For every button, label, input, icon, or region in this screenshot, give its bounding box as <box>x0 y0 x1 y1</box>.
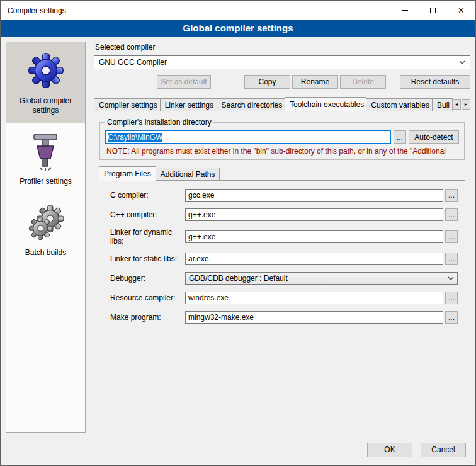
chevron-down-icon <box>448 276 454 280</box>
dynamic-libs-linker-label: Linker for dynamic libs: <box>105 228 185 246</box>
title-bar: Compiler settings × <box>1 1 475 20</box>
settings-sidebar: Global compiler settings Profiler settin… <box>6 42 86 433</box>
page-title: Global compiler settings <box>1 20 475 37</box>
resource-compiler-label: Resource compiler: <box>105 293 185 302</box>
dynamic-libs-linker-input[interactable] <box>185 230 443 243</box>
c-compiler-label: C compiler: <box>105 191 185 200</box>
debugger-value: GDB/CDB debugger : Default <box>189 274 444 283</box>
cpp-compiler-row: C++ compiler: ... <box>105 208 458 221</box>
minimize-icon <box>402 10 408 11</box>
resource-compiler-browse-button[interactable]: ... <box>445 292 458 304</box>
cpp-compiler-label: C++ compiler: <box>105 210 185 219</box>
note-text: NOTE: All programs must exist either in … <box>106 147 458 156</box>
make-program-browse-button[interactable]: ... <box>445 311 458 324</box>
tab-custom-variables[interactable]: Custom variables <box>366 98 433 111</box>
maximize-button[interactable] <box>419 1 447 20</box>
sidebar-item-label: Global compiler settings <box>9 96 82 115</box>
compiler-settings-window: Compiler settings × Global compiler sett… <box>0 0 476 466</box>
resource-compiler-row: Resource compiler: ... <box>105 292 458 304</box>
gear-blue-icon <box>26 50 65 91</box>
gears-gray-icon <box>26 202 65 242</box>
program-files-tabbar: Program Files Additional Paths <box>99 166 465 180</box>
settings-tabbar: Compiler settings Linker settings Search… <box>94 97 470 111</box>
rename-button[interactable]: Rename <box>292 75 338 89</box>
make-program-input[interactable] <box>185 311 443 324</box>
dialog-content: Global compiler settings Profiler settin… <box>1 37 475 439</box>
settings-panel: Selected compiler GNU GCC Compiler Set a… <box>94 42 470 436</box>
cancel-button[interactable]: Cancel <box>421 443 466 457</box>
debugger-label: Debugger: <box>105 274 185 283</box>
program-files-panel: C compiler: ... C++ compiler: ... Linker… <box>99 180 465 431</box>
compiler-select-value: GNU GCC Compiler <box>99 58 455 67</box>
installation-directory-row: C:\raylib\MinGW ... Auto-detect <box>105 130 459 144</box>
dynamic-libs-linker-browse-button[interactable]: ... <box>445 230 458 243</box>
set-as-default-button[interactable]: Set as default <box>157 75 211 89</box>
compiler-actions: Set as default Copy Rename Delete Reset … <box>94 75 470 89</box>
sidebar-item-batch-builds[interactable]: Batch builds <box>6 194 85 265</box>
debugger-combobox[interactable]: GDB/CDB debugger : Default <box>185 272 458 285</box>
auto-detect-button[interactable]: Auto-detect <box>409 130 459 144</box>
dialog-footer: OK Cancel <box>1 439 475 465</box>
install-dir-input[interactable]: C:\raylib\MinGW <box>105 130 391 144</box>
cpp-compiler-browse-button[interactable]: ... <box>445 208 458 221</box>
ok-button[interactable]: OK <box>367 443 412 457</box>
static-libs-linker-label: Linker for static libs: <box>105 254 185 263</box>
reset-defaults-button[interactable]: Reset defaults <box>400 75 470 89</box>
c-compiler-input[interactable] <box>185 189 443 202</box>
make-program-row: Make program: ... <box>105 311 458 324</box>
installation-directory-group-title: Compiler's installation directory <box>105 118 213 127</box>
static-libs-linker-row: Linker for static libs: ... <box>105 253 458 265</box>
c-compiler-row: C compiler: ... <box>105 189 458 202</box>
install-dir-value: C:\raylib\MinGW <box>108 133 162 142</box>
sidebar-item-profiler-settings[interactable]: Profiler settings <box>6 123 85 194</box>
selected-compiler-label: Selected compiler <box>95 43 470 52</box>
close-icon: × <box>458 6 464 16</box>
window-title: Compiler settings <box>1 1 390 20</box>
minimize-button[interactable] <box>390 1 419 20</box>
subtab-additional-paths[interactable]: Additional Paths <box>156 168 220 180</box>
sidebar-item-label: Batch builds <box>25 248 66 258</box>
close-button[interactable]: × <box>447 1 475 20</box>
chevron-down-icon <box>459 60 465 64</box>
copy-button[interactable]: Copy <box>244 75 290 89</box>
tab-search-directories[interactable]: Search directories <box>217 98 286 111</box>
dynamic-libs-linker-row: Linker for dynamic libs: ... <box>105 228 458 246</box>
delete-button[interactable]: Delete <box>340 75 386 89</box>
tab-scroll-right-button[interactable]: ► <box>462 99 470 110</box>
tab-scroll-buttons: ◄ ► <box>452 99 470 111</box>
cpp-compiler-input[interactable] <box>185 208 443 221</box>
installation-directory-group: Compiler's installation directory C:\ray… <box>99 118 465 160</box>
tab-toolchain-executables[interactable]: Toolchain executables <box>285 97 366 111</box>
install-dir-browse-button[interactable]: ... <box>394 130 406 144</box>
c-compiler-browse-button[interactable]: ... <box>445 189 458 202</box>
make-program-label: Make program: <box>105 313 185 322</box>
compiler-select[interactable]: GNU GCC Compiler <box>94 55 470 69</box>
static-libs-linker-browse-button[interactable]: ... <box>445 253 458 265</box>
static-libs-linker-input[interactable] <box>185 253 443 265</box>
tab-scroll-left-button[interactable]: ◄ <box>452 99 461 110</box>
toolchain-executables-panel: Compiler's installation directory C:\ray… <box>94 111 470 436</box>
sidebar-item-global-compiler-settings[interactable]: Global compiler settings <box>6 42 85 123</box>
debugger-row: Debugger: GDB/CDB debugger : Default <box>105 272 458 285</box>
maximize-icon <box>430 8 436 13</box>
tab-linker-settings[interactable]: Linker settings <box>160 98 217 111</box>
sidebar-item-label: Profiler settings <box>20 177 72 186</box>
tab-compiler-settings[interactable]: Compiler settings <box>94 98 161 111</box>
resource-compiler-input[interactable] <box>185 292 443 304</box>
subtab-program-files[interactable]: Program Files <box>99 166 156 181</box>
tab-build-truncated[interactable]: Buil <box>432 98 453 111</box>
profiler-tool-icon <box>28 131 64 171</box>
